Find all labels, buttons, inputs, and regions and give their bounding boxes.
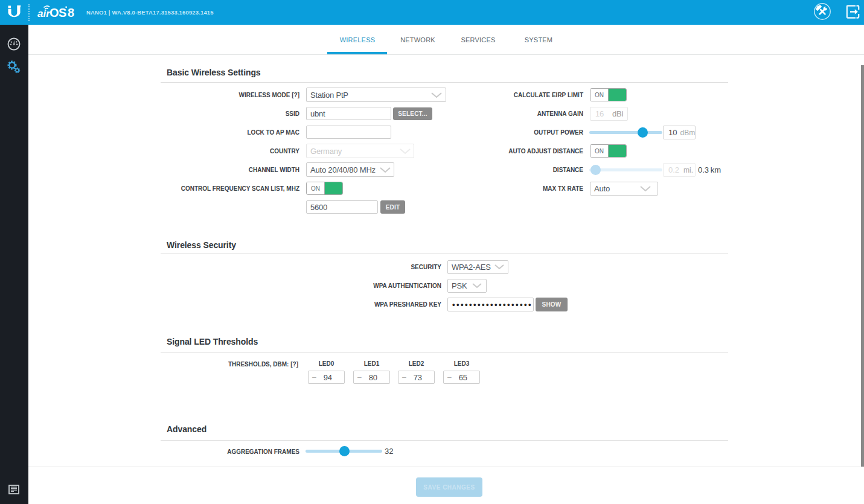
svg-text:8: 8 xyxy=(68,6,74,19)
svg-text:air: air xyxy=(37,8,51,19)
svg-text:OS: OS xyxy=(50,6,66,19)
